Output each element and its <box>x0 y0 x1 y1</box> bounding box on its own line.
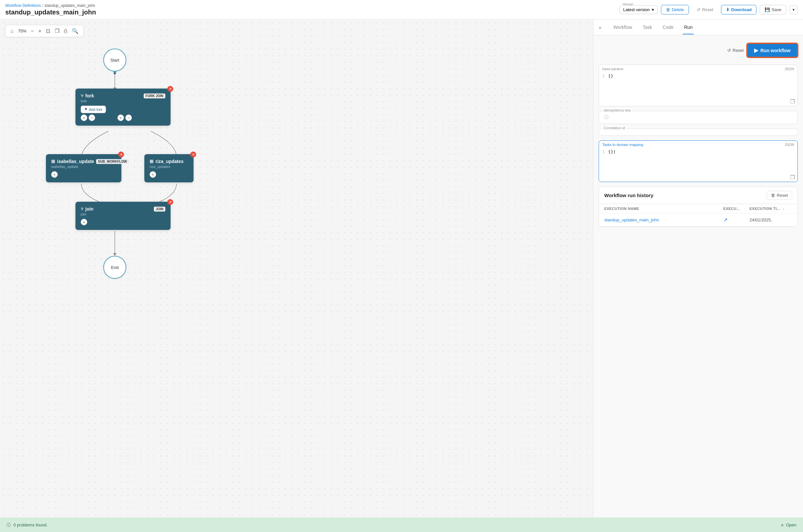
breadcrumb-root[interactable]: Workflow Definitions <box>5 3 41 8</box>
end-node[interactable]: End <box>103 256 126 279</box>
delete-button[interactable]: 🗑 Delete <box>661 5 689 15</box>
status-open-button[interactable]: ∧ Open <box>781 522 797 527</box>
input-params-json-label: JSON <box>785 67 794 71</box>
canvas-toolbar: ⌂ 75% − + ⊡ ❐ ⎙ 🔍 <box>5 25 84 37</box>
tab-task[interactable]: Task <box>641 21 653 35</box>
input-params-editor[interactable]: 1{} <box>599 71 798 97</box>
fork-icon: ⑂ <box>81 93 83 98</box>
version-label: Version <box>622 3 634 6</box>
svg-marker-7 <box>113 253 116 256</box>
save-button[interactable]: 💾 Save <box>760 5 786 15</box>
history-row-date: 24/01/2025, <box>749 217 792 222</box>
fork-plus-right[interactable]: + <box>117 114 124 121</box>
isabella-title: ⊞ isabellas_update SUB_WORKFLOW <box>51 159 116 164</box>
fork-node[interactable]: ✕ ⑂ fork FORK JOIN fork ⚑ Add fork + − +… <box>75 89 171 126</box>
main-content: ⌂ 75% − + ⊡ ❐ ⎙ 🔍 <box>0 20 803 517</box>
join-node[interactable]: ✕ ⑂ join JOIN join + <box>75 202 171 230</box>
tab-task-label: Task <box>643 25 652 30</box>
search-button[interactable]: 🔍 <box>70 27 80 35</box>
history-row-name[interactable]: standup_updates_main_john <box>604 217 723 222</box>
end-label: End <box>111 265 118 270</box>
idempotency-help-icon: ⓘ <box>604 114 609 120</box>
riza-subtitle: riza_updates <box>150 165 188 169</box>
history-table-header: EXECUTION NAME EXECU... EXECUTION TI... … <box>599 204 798 213</box>
input-params-copy-button[interactable]: ❐ <box>599 97 798 106</box>
tab-run-label: Run <box>684 25 692 30</box>
tasks-mapping-label: Tasks to domain mapping <box>602 143 643 147</box>
canvas-area[interactable]: ⌂ 75% − + ⊡ ❐ ⎙ 🔍 <box>0 20 593 517</box>
riza-plus[interactable]: + <box>150 171 156 178</box>
fit-button[interactable]: ⊡ <box>44 27 52 35</box>
fork-minus-right[interactable]: − <box>125 114 132 121</box>
history-col-time: EXECUTION TI... ↓ <box>749 207 792 211</box>
join-plus[interactable]: + <box>81 219 87 225</box>
riza-node[interactable]: ✕ ⊞ riza_updates riza_updates + <box>144 154 193 182</box>
print-button[interactable]: ⎙ <box>62 27 69 35</box>
tasks-mapping-copy-button[interactable]: ❐ <box>599 173 798 182</box>
history-reset-button[interactable]: 🗑 Reset <box>767 191 792 200</box>
fork-close-button[interactable]: ✕ <box>167 86 173 92</box>
home-button[interactable]: ⌂ <box>9 27 15 35</box>
correlation-input[interactable]: Correlation id <box>599 129 798 136</box>
copy-diagram-button[interactable]: ❐ <box>53 27 61 35</box>
version-selector[interactable]: Version Latest version ▾ <box>619 5 658 14</box>
fork-plus-left[interactable]: + <box>81 114 87 121</box>
fork-title: ⑂ fork FORK JOIN <box>81 93 165 98</box>
collapse-panel-button[interactable]: » <box>599 25 601 31</box>
history-row-link-icon[interactable]: ↗ <box>723 217 749 223</box>
delete-label: Delete <box>672 7 684 12</box>
status-info-icon: ⓘ <box>6 522 11 528</box>
idempotency-input[interactable]: Idempotency key ⓘ <box>599 111 798 124</box>
input-params-section: Input params JSON 1{} ❐ <box>599 64 798 106</box>
zoom-out-button[interactable]: − <box>29 27 35 35</box>
tab-code-label: Code <box>663 25 673 30</box>
header-reset-button[interactable]: ↺ Reset <box>692 5 718 14</box>
plus-connector-start[interactable]: + <box>114 71 116 74</box>
isabella-icon: ⊞ <box>51 159 55 164</box>
run-workflow-button[interactable]: ▶ Run workflow <box>747 43 798 57</box>
run-controls: ↺ Reset ▶ Run workflow <box>599 41 798 60</box>
run-history-section: Workflow run history 🗑 Reset EXECUTION N… <box>599 187 798 227</box>
join-close-button[interactable]: ✕ <box>167 199 173 205</box>
isabella-close-button[interactable]: ✕ <box>118 152 124 157</box>
fork-minus-left[interactable]: − <box>89 114 95 121</box>
right-panel: » Workflow Task Code Run ↺ Reset <box>593 20 803 517</box>
version-wrapper: Version Latest version ▾ <box>619 5 658 14</box>
more-options-button[interactable]: ▾ <box>789 5 798 14</box>
start-node[interactable]: Start <box>103 49 126 72</box>
status-message: 0 problems found. <box>14 522 47 527</box>
tasks-line-num-1: 1 <box>602 149 605 154</box>
fork-badge: FORK JOIN <box>144 94 165 98</box>
status-chevron-icon: ∧ <box>781 522 784 527</box>
tasks-mapping-editor[interactable]: 1{}| <box>599 147 798 173</box>
tab-run[interactable]: Run <box>683 21 694 35</box>
sort-desc-icon[interactable]: ↓ <box>783 207 785 211</box>
history-trash-icon: 🗑 <box>771 193 775 198</box>
tasks-mapping-section: Tasks to domain mapping JSON 1{}| ❐ <box>599 140 798 182</box>
breadcrumb-separator: / <box>42 3 43 8</box>
riza-title: ⊞ riza_updates <box>150 159 188 164</box>
header-left: Workflow Definitions / standup_updates_m… <box>5 3 96 16</box>
isabella-subtitle: isabellas_update <box>51 165 116 169</box>
version-value: Latest version <box>623 7 650 12</box>
zoom-in-button[interactable]: + <box>37 27 43 35</box>
panel-content: ↺ Reset ▶ Run workflow Input params JSON… <box>593 35 803 517</box>
fork-controls: + − + − <box>81 114 165 121</box>
tab-code[interactable]: Code <box>661 21 675 35</box>
join-subtitle: join <box>81 212 165 216</box>
add-fork-button[interactable]: ⚑ Add fork <box>81 106 106 113</box>
tab-workflow-label: Workflow <box>613 25 632 30</box>
riza-close-button[interactable]: ✕ <box>190 152 196 157</box>
isabella-node[interactable]: ✕ ⊞ isabellas_update SUB_WORKFLOW isabel… <box>46 154 121 182</box>
history-col-name: EXECUTION NAME <box>604 207 723 211</box>
join-icon: ⑂ <box>81 206 83 212</box>
save-label: Save <box>771 7 781 12</box>
input-params-value: {} <box>608 74 613 78</box>
isabella-plus[interactable]: + <box>51 171 58 178</box>
tab-workflow[interactable]: Workflow <box>612 21 633 35</box>
run-reset-button[interactable]: ↺ Reset <box>727 48 744 53</box>
start-label: Start <box>110 58 119 63</box>
download-label: Download <box>731 7 751 12</box>
download-button[interactable]: ⬇ Download <box>721 5 757 15</box>
page-title: standup_updates_main_john <box>5 8 96 16</box>
